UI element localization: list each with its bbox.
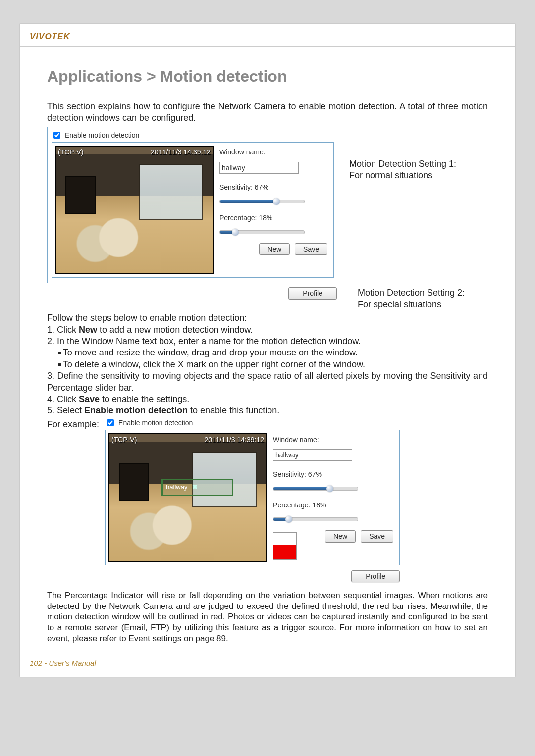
profile-btn-wrap: Profile (47, 287, 337, 299)
percentage-indicator (273, 532, 297, 560)
panel1-inner: (TCP-V) 2011/11/3 14:39:12 Window name: … (52, 142, 334, 278)
camera-name-overlay-2: (TCP-V) (111, 435, 137, 444)
annotation-1-line2: For normal situations (349, 170, 456, 181)
step-2-sub2: To delete a window, click the X mark on … (58, 359, 488, 370)
panel1-buttons: New Save (219, 243, 330, 255)
panel1-controls: Window name: hallway Sensitivity: 67% Pe… (219, 146, 330, 274)
profile-button[interactable]: Profile (288, 287, 337, 299)
close-icon[interactable]: ✖ (192, 483, 198, 492)
enable-motion-label-2: Enable motion detection (118, 418, 193, 427)
annotation-2: Motion Detection Setting 2: For special … (358, 287, 465, 310)
enable-motion-checkbox-2[interactable] (107, 419, 114, 426)
annotation-1: Motion Detection Setting 1: For normal s… (349, 127, 456, 181)
sensitivity-slider-2[interactable] (273, 487, 358, 491)
percentage-indicator-fill (273, 545, 296, 560)
example-label: For example: (47, 418, 99, 430)
annotation-2-line2: For special situations (358, 299, 465, 310)
percentage-slider-2[interactable] (273, 517, 358, 521)
step-5: 5. Select Enable motion detection to ena… (47, 405, 488, 416)
step-1: 1. Click New to add a new motion detecti… (47, 324, 488, 336)
page-footer: 102 - User's Manual (20, 654, 515, 677)
step-3: 3. Define the sensitivity to moving obje… (47, 370, 488, 394)
panel1-row: Enable motion detection (TCP-V) 2011/11/… (47, 127, 488, 283)
enable-motion-checkbox[interactable] (54, 132, 60, 139)
window-name-input-2[interactable]: hallway (273, 449, 352, 461)
panel2-controls: Window name: hallway Sensitivity: 67% Pe… (273, 433, 396, 562)
steps-intro: Follow the steps below to enable motion … (47, 312, 488, 324)
motion-detection-window[interactable]: hallway ✖ (161, 479, 233, 496)
panel2-buttons: New Save (302, 530, 396, 542)
window-name-label-2: Window name: (273, 435, 396, 444)
camera-scene (56, 154, 213, 273)
percentage-label: Percentage: 18% (219, 213, 330, 222)
profile-row: Profile Motion Detection Setting 2: For … (47, 287, 488, 310)
save-button-2[interactable]: Save (361, 530, 393, 542)
motion-panel-1: Enable motion detection (TCP-V) 2011/11/… (47, 127, 338, 283)
new-button[interactable]: New (259, 243, 290, 255)
camera-name-overlay: (TCP-V) (58, 148, 83, 156)
window-name-label: Window name: (219, 148, 330, 156)
sensitivity-slider[interactable] (219, 200, 305, 203)
camera-timestamp-overlay: 2011/11/3 14:39:12 (151, 148, 211, 156)
enable-motion-row: Enable motion detection (52, 130, 334, 140)
brand-name: VIVOTEK (30, 32, 70, 41)
profile-button-2[interactable]: Profile (351, 570, 400, 582)
closing-paragraph: The Percentage Indicator will rise or fa… (47, 590, 488, 644)
step-2-sub1: To move and resize the window, drag and … (58, 347, 488, 358)
profile-btn-wrap-2: Profile (105, 570, 400, 582)
enable-motion-row-2: Enable motion detection (105, 418, 400, 428)
step-4: 4. Click Save to enable the settings. (47, 394, 488, 405)
percentage-slider[interactable] (219, 230, 305, 234)
window-name-input[interactable]: hallway (219, 162, 299, 174)
percentage-label-2: Percentage: 18% (273, 501, 396, 509)
panel2-inner: (TCP-V) 2011/11/3 14:39:12 hallway ✖ Win… (105, 430, 400, 565)
section-title: Applications > Motion detection (47, 66, 488, 87)
sensitivity-label-2: Sensitivity: 67% (273, 470, 396, 479)
camera-scene-2 (109, 442, 266, 561)
annotation-2-line1: Motion Detection Setting 2: (358, 287, 465, 299)
camera-timestamp-overlay-2: 2011/11/3 14:39:12 (204, 435, 264, 444)
md-window-label: hallway (166, 483, 187, 492)
page-content: Applications > Motion detection This sec… (20, 47, 515, 654)
manual-page: VIVOTEK Applications > Motion detection … (20, 24, 515, 677)
sensitivity-label: Sensitivity: 67% (219, 183, 330, 192)
camera-preview[interactable]: (TCP-V) 2011/11/3 14:39:12 (55, 146, 214, 274)
annotation-1-line1: Motion Detection Setting 1: (349, 158, 456, 170)
camera-preview-2[interactable]: (TCP-V) 2011/11/3 14:39:12 hallway ✖ (108, 433, 267, 562)
example-row: For example: Enable motion detection (TC… (47, 418, 488, 582)
intro-paragraph: This section explains how to configure t… (47, 101, 488, 124)
save-button[interactable]: Save (295, 243, 327, 255)
enable-motion-label: Enable motion detection (65, 131, 139, 140)
footer-text: 102 - User's Manual (30, 659, 96, 667)
steps: Follow the steps below to enable motion … (47, 312, 488, 417)
page-header: VIVOTEK (20, 24, 515, 47)
new-button-2[interactable]: New (325, 530, 356, 542)
step-2: 2. In the Window Name text box, enter a … (47, 336, 488, 347)
motion-panel-2: Enable motion detection (TCP-V) 2011/11/… (105, 418, 400, 582)
